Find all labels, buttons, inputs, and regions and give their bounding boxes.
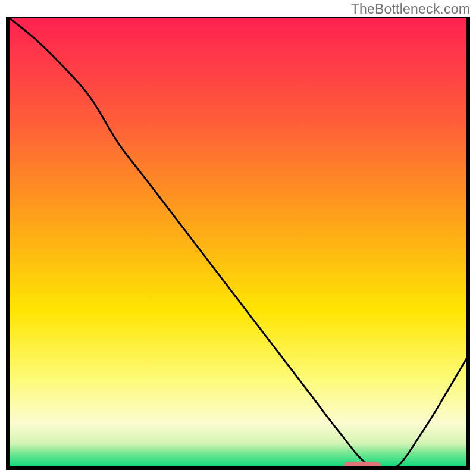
chart-svg	[6, 17, 470, 470]
chart-frame	[6, 17, 470, 470]
gradient-background	[8, 17, 468, 468]
watermark-text: TheBottleneck.com	[351, 1, 470, 17]
